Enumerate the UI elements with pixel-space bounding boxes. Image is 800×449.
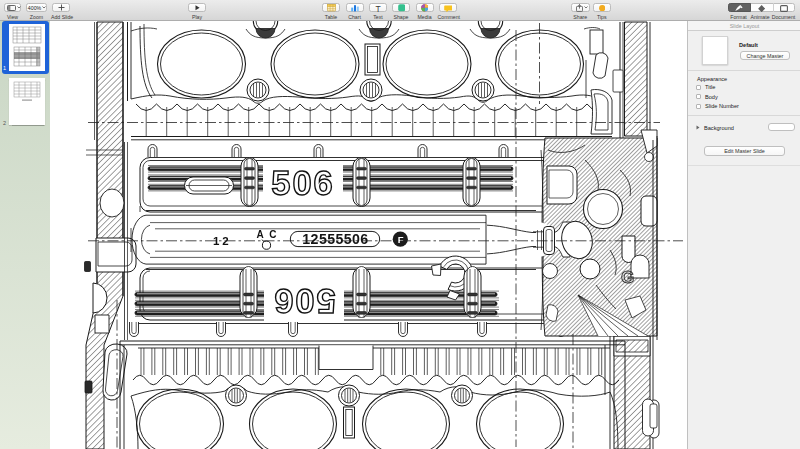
svg-text:506: 506 (272, 282, 336, 320)
svg-text:G: G (621, 268, 634, 287)
svg-text:12555506: 12555506 (302, 231, 368, 247)
svg-text:F: F (398, 234, 404, 245)
svg-text:506: 506 (271, 164, 335, 202)
svg-text:AC: AC (257, 229, 282, 240)
